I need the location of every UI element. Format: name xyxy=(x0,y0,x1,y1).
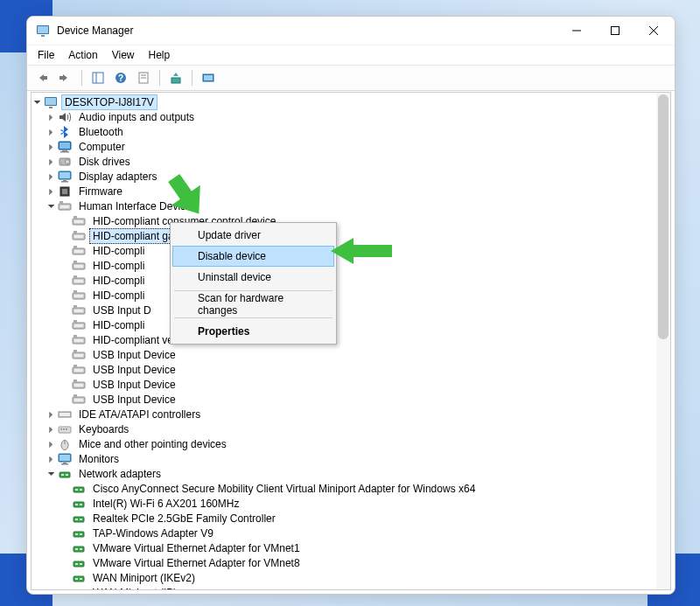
tree-device[interactable]: USB Input Device xyxy=(32,347,670,362)
tree-device[interactable]: HID-compliant vendor-defined device xyxy=(32,332,670,347)
expand-icon[interactable]: ⏵ xyxy=(46,424,58,434)
label: Network adapters xyxy=(75,466,164,482)
expand-icon[interactable]: ⏵ xyxy=(46,454,58,463)
tree-category[interactable]: ⏵Keyboards xyxy=(32,421,670,436)
tree-device[interactable]: Realtek PCIe 2.5GbE Family Controller xyxy=(32,511,670,526)
tree-device[interactable]: WAN Miniport (IP) xyxy=(32,585,670,590)
tree-category[interactable]: ⏵Mice and other pointing devices xyxy=(32,436,670,451)
titlebar[interactable]: Device Manager xyxy=(27,17,675,45)
tree-device[interactable]: USB Input Device xyxy=(32,392,670,407)
collapse-icon[interactable]: ⏷ xyxy=(46,201,58,211)
device-tree-pane[interactable]: ⏷DESKTOP-IJ8I17V⏵Audio inputs and output… xyxy=(31,92,671,590)
label: TAP-Windows Adapter V9 xyxy=(89,526,217,541)
properties-button[interactable] xyxy=(133,67,154,88)
expand-icon[interactable]: ⏵ xyxy=(46,186,58,196)
scrollbar[interactable] xyxy=(656,93,670,589)
scrollbar-thumb[interactable] xyxy=(658,94,668,339)
tree-device[interactable]: HID-compli xyxy=(32,288,670,303)
label: Cisco AnyConnect Secure Mobility Client … xyxy=(89,481,479,497)
label: Intel(R) Wi-Fi 6 AX201 160MHz xyxy=(89,496,242,512)
svg-marker-46 xyxy=(160,174,213,218)
tree-device[interactable]: USB Input Device xyxy=(32,377,670,392)
tree-device[interactable]: USB Input D xyxy=(32,303,670,317)
tree-device[interactable]: VMware Virtual Ethernet Adapter for VMne… xyxy=(32,540,670,555)
hid-icon xyxy=(72,393,86,407)
expand-icon[interactable]: ⏵ xyxy=(46,157,58,166)
tree-device[interactable]: HID-compli xyxy=(32,317,670,332)
svg-rect-33 xyxy=(612,27,620,35)
label: Bluetooth xyxy=(75,124,127,140)
net-icon xyxy=(72,586,86,591)
ctx-update-driver[interactable]: Update driver xyxy=(172,225,334,246)
hid-icon xyxy=(72,348,86,362)
minimize-button[interactable] xyxy=(557,17,596,44)
ctx-properties[interactable]: Properties xyxy=(172,321,334,342)
tree-category[interactable]: ⏵Computer xyxy=(32,139,670,154)
tree-category[interactable]: ⏵Display adapters xyxy=(32,169,670,184)
tree-device[interactable]: Cisco AnyConnect Secure Mobility Client … xyxy=(32,481,670,496)
expand-icon[interactable]: ⏵ xyxy=(46,142,58,151)
tree-device[interactable]: WAN Miniport (IKEv2) xyxy=(32,570,670,585)
ctx-disable-device[interactable]: Disable device xyxy=(172,246,334,267)
scan-button[interactable] xyxy=(198,67,219,88)
toolbar: ? xyxy=(27,66,675,91)
label: VMware Virtual Ethernet Adapter for VMne… xyxy=(89,555,304,571)
expand-icon[interactable]: ⏵ xyxy=(46,127,58,136)
collapse-icon[interactable]: ⏷ xyxy=(46,469,58,478)
label: Audio inputs and outputs xyxy=(75,109,198,125)
tree-device[interactable]: Intel(R) Wi-Fi 6 AX201 160MHz xyxy=(32,496,670,511)
tree-device[interactable]: HID-compli xyxy=(32,273,670,288)
hid-icon xyxy=(72,259,86,273)
label: Mice and other pointing devices xyxy=(75,436,230,452)
close-button[interactable] xyxy=(634,17,673,44)
hid-icon xyxy=(72,229,86,243)
label: IDE ATA/ATAPI controllers xyxy=(75,407,204,422)
tree-category[interactable]: ⏵Firmware xyxy=(32,184,670,199)
context-menu: Update driverDisable deviceUninstall dev… xyxy=(170,222,337,345)
tree-category[interactable]: ⏵Audio inputs and outputs xyxy=(32,109,670,124)
back-button[interactable] xyxy=(32,67,53,88)
label: WAN Miniport (IKEv2) xyxy=(89,570,199,586)
window-title: Device Manager xyxy=(57,24,557,37)
tree-root[interactable]: ⏷DESKTOP-IJ8I17V xyxy=(32,94,670,109)
label: Computer xyxy=(75,139,129,155)
expand-icon[interactable]: ⏵ xyxy=(46,171,58,181)
update-driver-button[interactable] xyxy=(165,67,186,88)
tree-device[interactable]: USB Input Device xyxy=(32,362,670,377)
tree-category[interactable]: ⏵Disk drives xyxy=(32,154,670,169)
menu-help[interactable]: Help xyxy=(142,47,178,63)
label: USB Input Device xyxy=(89,362,179,378)
forward-button[interactable] xyxy=(55,67,76,88)
collapse-icon[interactable]: ⏷ xyxy=(32,97,44,107)
expand-icon[interactable]: ⏵ xyxy=(46,112,58,122)
tree-category[interactable]: ⏵Monitors xyxy=(32,451,670,466)
svg-text:?: ? xyxy=(118,73,123,83)
net-icon xyxy=(72,512,86,526)
expand-icon[interactable]: ⏵ xyxy=(46,409,58,419)
ctx-scan-for-hardware-changes[interactable]: Scan for hardware changes xyxy=(172,294,334,315)
hid-icon xyxy=(72,318,86,332)
label: HID-compli xyxy=(89,273,148,289)
label: Display adapters xyxy=(75,169,160,185)
disk-icon xyxy=(58,155,72,169)
tree-device[interactable]: VMware Virtual Ethernet Adapter for VMne… xyxy=(32,555,670,570)
tree-category[interactable]: ⏷Human Interface Devices xyxy=(32,199,670,213)
help-button[interactable]: ? xyxy=(110,67,131,88)
menu-view[interactable]: View xyxy=(105,47,142,63)
hid-icon xyxy=(72,378,86,392)
monitor-icon xyxy=(58,452,72,466)
device-manager-window: Device Manager File Action View Help ? ⏷… xyxy=(26,16,676,595)
show-hide-tree-button[interactable] xyxy=(88,67,108,88)
label: Keyboards xyxy=(75,421,132,437)
menu-action[interactable]: Action xyxy=(61,47,104,63)
ctx-uninstall-device[interactable]: Uninstall device xyxy=(172,267,334,288)
tree-device[interactable]: TAP-Windows Adapter V9 xyxy=(32,526,670,540)
hid-icon xyxy=(58,199,72,213)
maximize-button[interactable] xyxy=(596,17,634,44)
menu-file[interactable]: File xyxy=(31,47,61,63)
tree-category[interactable]: ⏵IDE ATA/ATAPI controllers xyxy=(32,407,670,421)
tree-category[interactable]: ⏷Network adapters xyxy=(32,466,670,481)
expand-icon[interactable]: ⏵ xyxy=(46,439,58,449)
tree-category[interactable]: ⏵Bluetooth xyxy=(32,124,670,139)
tree-device[interactable]: HID-compliant consumer control device xyxy=(32,213,670,228)
